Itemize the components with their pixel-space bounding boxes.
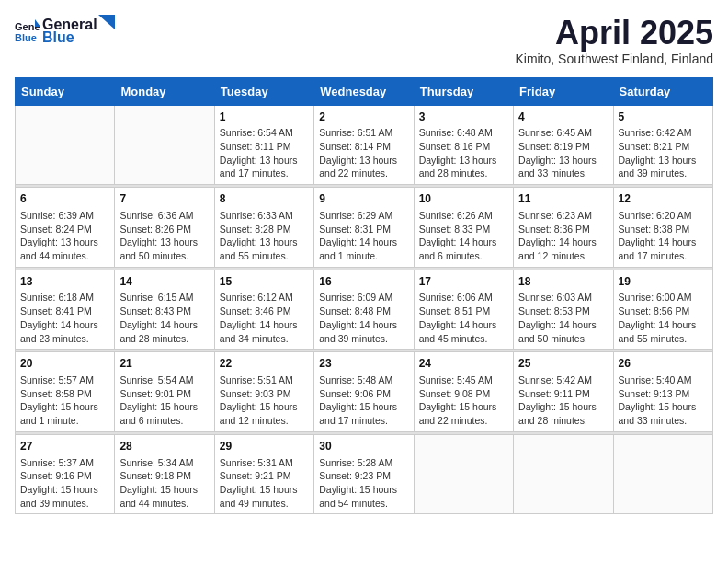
calendar-cell: 4Sunrise: 6:45 AMSunset: 8:19 PMDaylight… — [514, 105, 613, 185]
sunset-text: Sunset: 8:38 PM — [619, 224, 690, 235]
daylight-text: Daylight: 15 hours and 39 minutes. — [20, 484, 98, 509]
logo-triangle — [98, 15, 115, 29]
day-number: 8 — [220, 191, 309, 207]
sunrise-text: Sunrise: 6:26 AM — [419, 210, 493, 221]
sunrise-text: Sunrise: 6:00 AM — [619, 292, 692, 303]
calendar-cell: 26Sunrise: 5:40 AMSunset: 9:13 PMDayligh… — [613, 352, 712, 432]
calendar-cell: 19Sunrise: 6:00 AMSunset: 8:56 PMDayligh… — [613, 270, 712, 350]
sunset-text: Sunset: 8:11 PM — [220, 141, 291, 152]
day-number: 24 — [419, 356, 508, 372]
sunrise-text: Sunrise: 6:45 AM — [518, 127, 592, 138]
calendar-cell: 8Sunrise: 6:33 AMSunset: 8:28 PMDaylight… — [214, 188, 313, 268]
daylight-text: Daylight: 15 hours and 49 minutes. — [220, 484, 298, 509]
daylight-text: Daylight: 15 hours and 17 minutes. — [319, 401, 397, 426]
daylight-text: Daylight: 14 hours and 17 minutes. — [619, 236, 697, 261]
svg-text:Blue: Blue — [15, 32, 37, 43]
calendar-week-row-4: 20Sunrise: 5:57 AMSunset: 8:58 PMDayligh… — [16, 352, 713, 432]
calendar-week-row-3: 13Sunrise: 6:18 AMSunset: 8:41 PMDayligh… — [16, 270, 713, 350]
weekday-header-friday: Friday — [514, 77, 613, 105]
daylight-text: Daylight: 14 hours and 50 minutes. — [518, 319, 597, 344]
month-title: April 2025 — [515, 15, 713, 52]
weekday-header-tuesday: Tuesday — [214, 77, 313, 105]
sunrise-text: Sunrise: 6:18 AM — [20, 292, 94, 303]
calendar-cell: 23Sunrise: 5:48 AMSunset: 9:06 PMDayligh… — [314, 352, 414, 432]
calendar-cell: 2Sunrise: 6:51 AMSunset: 8:14 PMDaylight… — [314, 105, 414, 185]
calendar-cell: 27Sunrise: 5:37 AMSunset: 9:16 PMDayligh… — [16, 434, 115, 514]
sunrise-text: Sunrise: 5:34 AM — [119, 457, 193, 468]
day-number: 29 — [220, 439, 309, 454]
sunrise-text: Sunrise: 5:37 AM — [20, 457, 94, 468]
calendar-cell: 30Sunrise: 5:28 AMSunset: 9:23 PMDayligh… — [314, 434, 414, 514]
sunset-text: Sunset: 8:43 PM — [119, 305, 191, 316]
calendar-week-row-2: 6Sunrise: 6:39 AMSunset: 8:24 PMDaylight… — [16, 188, 713, 268]
daylight-text: Daylight: 14 hours and 34 minutes. — [220, 319, 298, 344]
sunrise-text: Sunrise: 5:42 AM — [518, 374, 592, 385]
sunrise-text: Sunrise: 5:40 AM — [619, 374, 692, 385]
day-number: 17 — [419, 274, 508, 290]
sunset-text: Sunset: 8:24 PM — [20, 224, 92, 235]
day-number: 14 — [119, 274, 209, 290]
daylight-text: Daylight: 13 hours and 50 minutes. — [119, 236, 198, 261]
day-number: 4 — [518, 109, 608, 125]
sunrise-text: Sunrise: 6:29 AM — [319, 210, 392, 221]
sunset-text: Sunset: 9:01 PM — [119, 388, 191, 399]
daylight-text: Daylight: 13 hours and 44 minutes. — [20, 236, 98, 261]
daylight-text: Daylight: 15 hours and 33 minutes. — [619, 401, 697, 426]
sunset-text: Sunset: 9:16 PM — [20, 470, 92, 481]
daylight-text: Daylight: 15 hours and 22 minutes. — [419, 401, 497, 426]
sunrise-text: Sunrise: 6:48 AM — [419, 127, 493, 138]
sunrise-text: Sunrise: 5:28 AM — [319, 457, 392, 468]
daylight-text: Daylight: 14 hours and 1 minute. — [319, 236, 397, 261]
sunrise-text: Sunrise: 6:12 AM — [220, 292, 293, 303]
sunrise-text: Sunrise: 6:23 AM — [518, 210, 592, 221]
daylight-text: Daylight: 15 hours and 6 minutes. — [119, 401, 198, 426]
sunset-text: Sunset: 8:36 PM — [518, 224, 590, 235]
weekday-header-saturday: Saturday — [613, 77, 712, 105]
calendar-cell — [514, 434, 613, 514]
daylight-text: Daylight: 13 hours and 39 minutes. — [619, 155, 697, 179]
daylight-text: Daylight: 14 hours and 23 minutes. — [20, 319, 98, 344]
calendar-cell: 20Sunrise: 5:57 AMSunset: 8:58 PMDayligh… — [16, 352, 115, 432]
daylight-text: Daylight: 14 hours and 39 minutes. — [319, 319, 397, 344]
calendar-cell: 24Sunrise: 5:45 AMSunset: 9:08 PMDayligh… — [414, 352, 513, 432]
day-number: 13 — [20, 274, 109, 290]
sunset-text: Sunset: 8:16 PM — [419, 141, 491, 152]
sunrise-text: Sunrise: 6:42 AM — [619, 127, 692, 138]
day-number: 22 — [220, 356, 309, 372]
day-number: 7 — [119, 191, 209, 207]
sunset-text: Sunset: 8:28 PM — [220, 224, 291, 235]
sunset-text: Sunset: 9:03 PM — [220, 388, 291, 399]
day-number: 23 — [319, 356, 408, 372]
sunrise-text: Sunrise: 6:03 AM — [518, 292, 592, 303]
daylight-text: Daylight: 14 hours and 12 minutes. — [518, 236, 597, 261]
weekday-header-wednesday: Wednesday — [314, 77, 414, 105]
day-number: 9 — [319, 191, 408, 207]
weekday-header-thursday: Thursday — [414, 77, 513, 105]
sunrise-text: Sunrise: 6:39 AM — [20, 210, 94, 221]
day-number: 30 — [319, 439, 408, 454]
sunrise-text: Sunrise: 6:54 AM — [220, 127, 293, 138]
sunset-text: Sunset: 8:14 PM — [319, 141, 391, 152]
sunset-text: Sunset: 8:56 PM — [619, 305, 690, 316]
weekday-header-sunday: Sunday — [16, 77, 115, 105]
sunrise-text: Sunrise: 6:36 AM — [119, 210, 193, 221]
calendar-cell — [115, 105, 214, 185]
calendar-cell: 3Sunrise: 6:48 AMSunset: 8:16 PMDaylight… — [414, 105, 513, 185]
day-number: 20 — [20, 356, 109, 372]
calendar-cell: 6Sunrise: 6:39 AMSunset: 8:24 PMDaylight… — [16, 188, 115, 268]
calendar-cell: 5Sunrise: 6:42 AMSunset: 8:21 PMDaylight… — [613, 105, 712, 185]
sunset-text: Sunset: 8:46 PM — [220, 305, 291, 316]
day-number: 27 — [20, 439, 109, 454]
day-number: 25 — [518, 356, 608, 372]
daylight-text: Daylight: 14 hours and 55 minutes. — [619, 319, 697, 344]
calendar-cell: 1Sunrise: 6:54 AMSunset: 8:11 PMDaylight… — [214, 105, 313, 185]
day-number: 28 — [119, 439, 209, 454]
calendar-cell: 12Sunrise: 6:20 AMSunset: 8:38 PMDayligh… — [613, 188, 712, 268]
sunset-text: Sunset: 9:11 PM — [518, 388, 590, 399]
calendar-cell — [414, 434, 513, 514]
day-number: 15 — [220, 274, 309, 290]
calendar-cell: 15Sunrise: 6:12 AMSunset: 8:46 PMDayligh… — [214, 270, 313, 350]
day-number: 10 — [419, 191, 508, 207]
sunrise-text: Sunrise: 6:15 AM — [119, 292, 193, 303]
calendar-cell: 13Sunrise: 6:18 AMSunset: 8:41 PMDayligh… — [16, 270, 115, 350]
